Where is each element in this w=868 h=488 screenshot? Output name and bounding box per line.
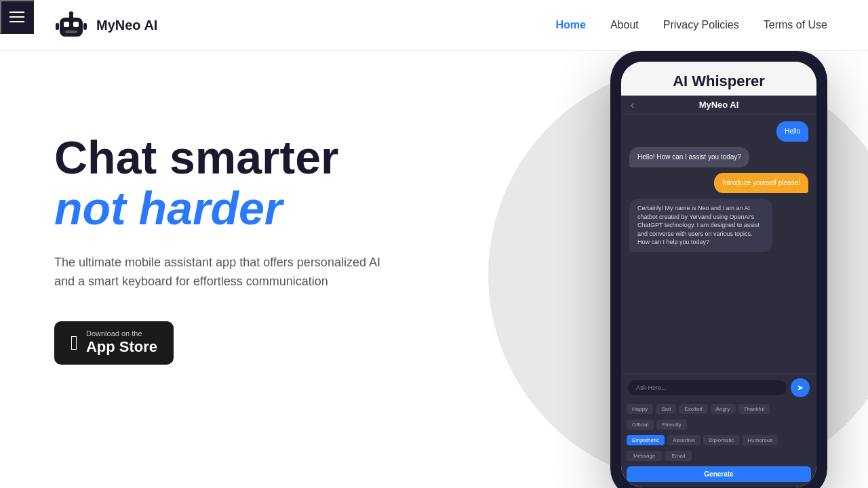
app-store-button[interactable]:  Download on the App Store xyxy=(54,321,174,365)
logo-area: MyNeo AI xyxy=(54,8,157,42)
tag-empathetic[interactable]: Empathetic xyxy=(627,435,665,445)
phone-input-placeholder[interactable]: Ask Here... xyxy=(628,380,787,395)
screen-title-area: AI Whisperer xyxy=(621,62,816,96)
nav-privacy[interactable]: Privacy Policies xyxy=(663,19,739,31)
action-row: Message Email xyxy=(621,448,816,464)
tag-official[interactable]: Official xyxy=(627,420,654,430)
svg-rect-3 xyxy=(65,30,77,33)
app-topbar: ‹ MyNeo AI xyxy=(621,96,816,115)
nav-terms[interactable]: Terms of Use xyxy=(764,19,827,31)
svg-rect-2 xyxy=(73,22,79,27)
phone-send-button[interactable]: ➤ xyxy=(791,378,810,397)
logo-icon xyxy=(54,8,88,42)
tag-assertive[interactable]: Assertive xyxy=(667,435,701,445)
svg-rect-0 xyxy=(60,18,83,37)
action-email[interactable]: Email xyxy=(665,451,692,461)
hamburger-line xyxy=(9,12,24,13)
tag-happy[interactable]: Happy xyxy=(627,404,653,414)
screen-title: AI Whisperer xyxy=(673,73,765,89)
logo-text: MyNeo AI xyxy=(96,18,157,33)
chat-bubble-bot-greeting: Hello! How can I assist you today? xyxy=(629,147,749,167)
chat-area: Hello Hello! How can I assist you today?… xyxy=(621,115,816,373)
hero-text-block: Chat smarter not harder The ultimate mob… xyxy=(54,92,387,365)
tag-friendly[interactable]: Friendly xyxy=(656,420,686,430)
tag-humorous[interactable]: Humorous xyxy=(742,435,778,445)
phone-mockup-area: AI Whisperer ‹ MyNeo AI Hello Hello! How… xyxy=(407,51,868,488)
chat-bubble-user-intro: Introduce yourself please! xyxy=(714,173,808,193)
svg-rect-7 xyxy=(83,23,87,30)
svg-rect-1 xyxy=(64,22,69,27)
emotion-tags-row2: Official Friendly xyxy=(621,417,816,432)
app-store-large-text: App Store xyxy=(86,338,157,356)
hero-subtitle: The ultimate mobile assistant app that o… xyxy=(54,253,387,292)
app-store-small-text: Download on the xyxy=(86,329,142,338)
hamburger-line xyxy=(9,21,24,22)
apple-icon:  xyxy=(71,333,78,353)
phone-input-area: Ask Here... ➤ xyxy=(621,373,816,401)
generate-button[interactable]: Generate xyxy=(627,466,811,482)
svg-rect-6 xyxy=(56,23,59,30)
tag-thankful[interactable]: Thankful xyxy=(738,404,770,414)
hamburger-menu-button[interactable] xyxy=(0,0,34,34)
nav-about[interactable]: About xyxy=(610,19,639,31)
app-topbar-title: MyNeo AI xyxy=(699,100,739,110)
emotion-tags-row1: Happy Sad Excited Angry Thankful xyxy=(621,401,816,417)
hero-title-line1: Chat smarter xyxy=(54,132,387,183)
tag-sad[interactable]: Sad xyxy=(656,404,676,414)
generate-section: Generate xyxy=(621,464,816,487)
chat-bubble-bot-intro: Certainly! My name is Neo and I am an AI… xyxy=(629,199,772,252)
phone-frame: AI Whisperer ‹ MyNeo AI Hello Hello! How… xyxy=(610,51,827,488)
app-store-text-group: Download on the App Store xyxy=(86,329,157,357)
svg-point-5 xyxy=(69,12,73,16)
emotion-tags-row3: Empathetic Assertive Diplomatic Humorous xyxy=(621,432,816,448)
hero-section: Chat smarter not harder The ultimate mob… xyxy=(0,51,868,488)
main-nav: Home About Privacy Policies Terms of Use xyxy=(555,19,827,31)
site-header: MyNeo AI Home About Privacy Policies Ter… xyxy=(0,0,868,51)
tag-excited[interactable]: Excited xyxy=(679,404,707,414)
action-message[interactable]: Message xyxy=(627,451,662,461)
hero-title-line2: not harder xyxy=(54,183,387,234)
hamburger-line xyxy=(9,16,24,18)
phone-screen: AI Whisperer ‹ MyNeo AI Hello Hello! How… xyxy=(621,62,816,487)
nav-home[interactable]: Home xyxy=(555,19,585,31)
tag-diplomatic[interactable]: Diplomatic xyxy=(703,435,739,445)
chat-bubble-user-hello: Hello xyxy=(776,121,808,142)
tag-angry[interactable]: Angry xyxy=(711,404,736,414)
back-arrow[interactable]: ‹ xyxy=(631,99,634,111)
